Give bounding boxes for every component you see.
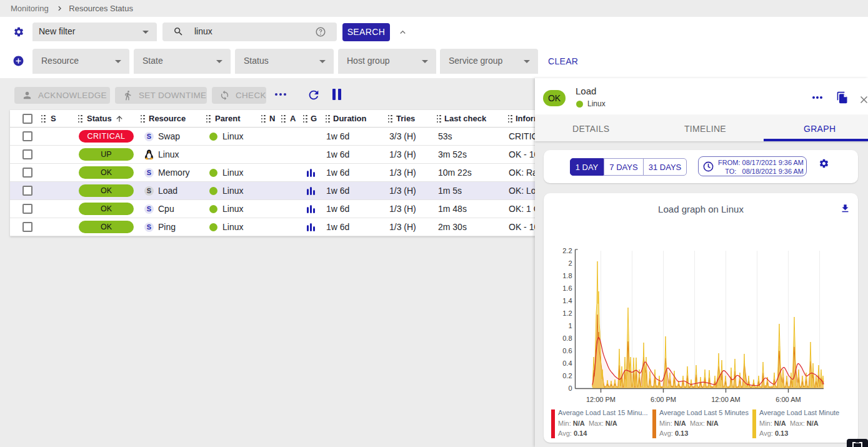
svg-text:1.8: 1.8 bbox=[562, 272, 572, 279]
svg-text:12:00 AM: 12:00 AM bbox=[711, 396, 740, 403]
svg-text:0.6: 0.6 bbox=[562, 347, 572, 354]
svg-text:6:00 PM: 6:00 PM bbox=[651, 396, 676, 403]
svg-text:1: 1 bbox=[568, 322, 572, 329]
svg-text:2.2: 2.2 bbox=[562, 247, 572, 254]
svg-text:6:00 AM: 6:00 AM bbox=[776, 396, 801, 403]
svg-text:2: 2 bbox=[568, 259, 572, 267]
svg-text:12:00 PM: 12:00 PM bbox=[586, 396, 616, 403]
svg-text:0: 0 bbox=[568, 384, 572, 392]
svg-text:1.2: 1.2 bbox=[562, 309, 572, 317]
svg-text:0.8: 0.8 bbox=[562, 334, 572, 342]
svg-text:1.6: 1.6 bbox=[562, 284, 572, 292]
svg-text:1.4: 1.4 bbox=[562, 297, 572, 304]
svg-text:0.4: 0.4 bbox=[562, 359, 572, 367]
svg-text:0.2: 0.2 bbox=[562, 372, 572, 379]
